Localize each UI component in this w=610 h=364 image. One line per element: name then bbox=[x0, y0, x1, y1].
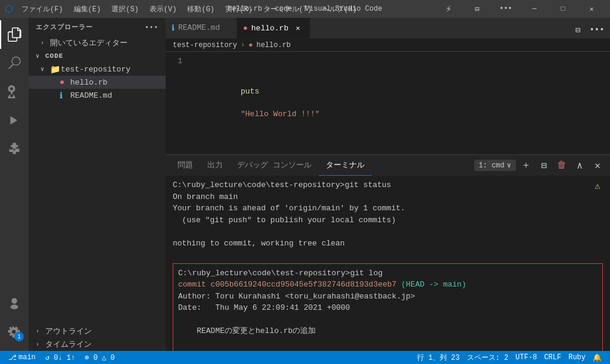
terminal-line-1: C:\ruby_lecture\code\test-repository>git… bbox=[173, 179, 603, 191]
git-commit2-hash: commit a81372bfbccad5240b965f7745df80189… bbox=[178, 350, 397, 351]
activity-bar: 1 bbox=[0, 18, 29, 351]
source-control-activity-icon[interactable] bbox=[0, 77, 29, 106]
breadcrumb-sep1: › bbox=[241, 41, 245, 49]
settings-activity-icon[interactable]: 1 bbox=[0, 318, 29, 346]
panel-close-button[interactable]: ✕ bbox=[590, 158, 605, 173]
branch-icon: ⎇ bbox=[8, 353, 17, 362]
sidebar-item-readme[interactable]: ℹ README.md bbox=[29, 89, 166, 102]
panel-tab-problems[interactable]: 問題 bbox=[170, 155, 200, 176]
sidebar-item-open-editors[interactable]: › 開いているエディター bbox=[29, 36, 166, 49]
hello-rb-tab-close[interactable]: ✕ bbox=[292, 22, 304, 34]
git-commit1-line: commit c005b6619240ccd95045e5f382746d819… bbox=[178, 279, 597, 291]
git-commit1-msg: READMEの変更とhello.rbの追加 bbox=[178, 325, 597, 337]
status-language[interactable]: Ruby bbox=[565, 351, 589, 364]
code-string-hello: "Hello World !!!" bbox=[241, 110, 320, 119]
terminal-line-2: On branch main bbox=[173, 191, 603, 203]
hello-rb-tab-label: hello.rb bbox=[251, 24, 288, 33]
add-terminal-button[interactable]: ＋ bbox=[518, 158, 534, 173]
maximize-button[interactable]: □ bbox=[549, 0, 577, 18]
sidebar-more-button[interactable]: ••• bbox=[145, 24, 158, 31]
tab-readme[interactable]: ℹ README.md bbox=[166, 18, 237, 38]
breadcrumb: test-repository › ● hello.rb bbox=[166, 39, 610, 52]
breadcrumb-file-icon: ● bbox=[248, 41, 253, 49]
status-position[interactable]: 行 1、列 23 bbox=[413, 351, 463, 364]
sidebar-item-timeline[interactable]: › タイムライン bbox=[29, 338, 166, 351]
line-number-1: 1 bbox=[173, 57, 182, 66]
panel-tab-output[interactable]: 出力 bbox=[200, 155, 230, 176]
layout-icon[interactable]: ⊟ bbox=[463, 0, 491, 18]
menu-go[interactable]: 移動(G) bbox=[182, 3, 219, 15]
search-activity-icon[interactable] bbox=[0, 49, 29, 77]
git-commit1-date: Date: Thu May 6 22:09:41 2021 +0000 bbox=[178, 302, 597, 314]
sidebar-item-test-repository[interactable]: ∨ 📁 test-repository bbox=[29, 63, 166, 76]
close-button[interactable]: ✕ bbox=[578, 0, 605, 18]
split-terminal-button[interactable]: ⊟ bbox=[536, 158, 552, 173]
git-commit1-blank bbox=[178, 314, 597, 326]
git-commit1-hash: commit c005b6619240ccd95045e5f382746d819… bbox=[178, 280, 397, 289]
code-editor[interactable]: 1 puts "Hello World !!!" bbox=[166, 52, 610, 154]
code-content[interactable]: puts "Hello World !!!" bbox=[189, 57, 604, 150]
tab-hello-rb[interactable]: ● hello.rb ✕ bbox=[237, 18, 310, 38]
status-spaces[interactable]: スペース: 2 bbox=[463, 351, 512, 364]
status-feedback[interactable]: 🔔 bbox=[589, 351, 605, 364]
status-errors[interactable]: ⊗ 0 △ 0 bbox=[81, 351, 118, 364]
kill-terminal-button[interactable]: 🗑 bbox=[554, 158, 569, 173]
explorer-activity-icon[interactable] bbox=[0, 20, 29, 49]
menu-view[interactable]: 表示(V) bbox=[145, 3, 182, 15]
menu-file[interactable]: ファイル(F) bbox=[17, 3, 68, 15]
sidebar: エクスプローラー ••• › 開いているエディター ∨ CODE ∨ 📁 tes… bbox=[29, 18, 166, 351]
sidebar-header: エクスプローラー ••• bbox=[29, 18, 166, 36]
remote-icon[interactable]: ⚡ bbox=[435, 0, 462, 18]
status-line-ending[interactable]: CRLF bbox=[540, 351, 565, 364]
git-commit1-tag: (HEAD -> main) bbox=[397, 280, 466, 289]
terminal-content[interactable]: ⚠ C:\ruby_lecture\code\test-repository>g… bbox=[166, 176, 610, 351]
timeline-label: タイムライン bbox=[45, 339, 92, 350]
sidebar-item-code[interactable]: ∨ CODE bbox=[29, 49, 166, 63]
settings-badge: 1 bbox=[14, 332, 24, 341]
split-editor-button[interactable]: ⊟ bbox=[569, 21, 586, 38]
hello-rb-label: hello.rb bbox=[70, 78, 107, 87]
panel-tab-debug-console[interactable]: デバッグ コンソール bbox=[230, 155, 319, 176]
open-editors-label: 開いているエディター bbox=[50, 38, 127, 48]
run-debug-activity-icon[interactable] bbox=[0, 106, 29, 135]
panel-tab-right: 1: cmd ∨ ＋ ⊟ 🗑 ∧ ✕ bbox=[474, 158, 605, 173]
window-title: hello.rb - code - Visual Studio Code bbox=[228, 5, 382, 13]
repo-arrow-icon: ∨ bbox=[41, 66, 50, 73]
breadcrumb-file[interactable]: hello.rb bbox=[256, 41, 291, 49]
main-container: 1 エクスプローラー ••• › 開いているエディター ∨ CODE ∨ 📁 t… bbox=[0, 18, 610, 351]
sync-text: ↺ 0↓ 1↑ bbox=[45, 353, 75, 362]
hello-rb-tab-icon: ● bbox=[243, 24, 248, 33]
errors-text: ⊗ 0 △ 0 bbox=[85, 353, 114, 362]
terminal-dropdown[interactable]: 1: cmd ∨ bbox=[474, 160, 516, 171]
sidebar-item-hello-rb[interactable]: ● hello.rb bbox=[29, 76, 166, 89]
open-editors-arrow-icon: › bbox=[41, 40, 50, 46]
extensions-activity-icon[interactable] bbox=[0, 135, 29, 163]
code-line-1: puts "Hello World !!!" bbox=[194, 74, 599, 86]
code-method-puts: puts bbox=[241, 87, 259, 96]
status-sync[interactable]: ↺ 0↓ 1↑ bbox=[42, 351, 79, 364]
panel-tab-terminal[interactable]: ターミナル bbox=[319, 155, 372, 176]
breadcrumb-repo[interactable]: test-repository bbox=[173, 41, 237, 49]
tab-actions: ⊟ ••• bbox=[565, 21, 610, 38]
sidebar-item-outline[interactable]: › アウトライン bbox=[29, 325, 166, 338]
position-text: 行 1、列 23 bbox=[417, 353, 460, 363]
language-text: Ruby bbox=[568, 353, 586, 362]
more-icon[interactable]: ••• bbox=[492, 0, 519, 18]
readme-icon: ℹ bbox=[60, 91, 70, 101]
accounts-activity-icon[interactable] bbox=[0, 289, 29, 318]
more-tabs-button[interactable]: ••• bbox=[589, 21, 605, 38]
spaces-text: スペース: 2 bbox=[467, 353, 509, 363]
activity-bar-bottom: 1 bbox=[0, 289, 29, 351]
menu-edit[interactable]: 編集(E) bbox=[69, 3, 106, 15]
terminal-line-6: nothing to commit, working tree clean bbox=[173, 238, 603, 250]
panel-up-button[interactable]: ∧ bbox=[572, 158, 587, 173]
minimize-button[interactable]: ─ bbox=[521, 0, 548, 18]
panel-tab-bar: 問題 出力 デバッグ コンソール ターミナル 1: cmd ∨ ＋ ⊟ 🗑 ∧ … bbox=[166, 155, 610, 176]
title-bar: ⬡ ファイル(F) 編集(E) 選択(S) 表示(V) 移動(G) 実行(R) … bbox=[0, 0, 610, 18]
menu-selection[interactable]: 選択(S) bbox=[107, 3, 144, 15]
status-branch[interactable]: ⎇ main bbox=[5, 351, 39, 364]
branch-name: main bbox=[18, 353, 36, 362]
code-section-label: CODE bbox=[45, 52, 63, 60]
status-encoding[interactable]: UTF-8 bbox=[512, 351, 540, 364]
terminal-line-5 bbox=[173, 226, 603, 238]
